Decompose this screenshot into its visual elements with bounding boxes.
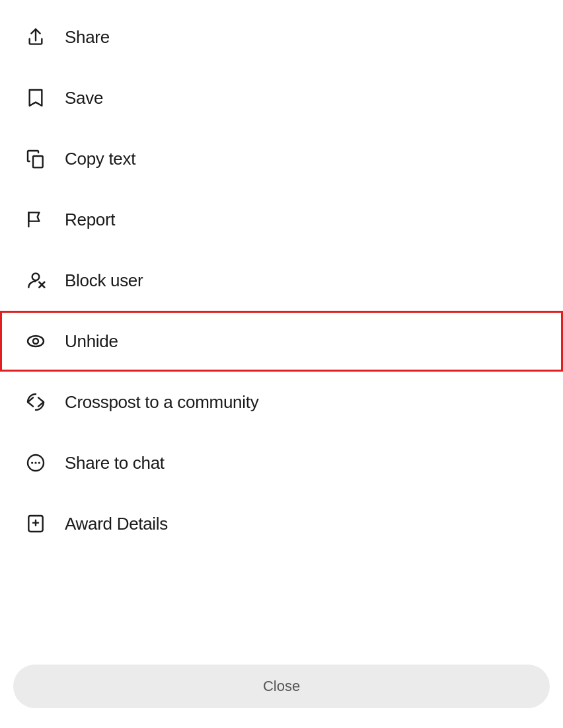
svg-point-10 (38, 462, 40, 464)
menu-item-block-user-label: Block user (65, 270, 143, 291)
svg-rect-0 (33, 156, 43, 167)
award-icon (20, 508, 52, 540)
menu-item-block-user[interactable]: Block user (0, 250, 563, 311)
crosspost-icon (20, 386, 52, 418)
menu-item-crosspost-label: Crosspost to a community (65, 392, 258, 413)
menu-item-copy-text[interactable]: Copy text (0, 128, 563, 189)
menu-item-share-label: Share (65, 27, 110, 48)
svg-point-2 (32, 273, 40, 280)
menu-item-save-label: Save (65, 88, 103, 108)
menu-item-copy-text-label: Copy text (65, 149, 135, 169)
menu-item-report[interactable]: Report (0, 189, 563, 250)
menu-item-award-details[interactable]: Award Details (0, 493, 563, 554)
unhide-icon (20, 325, 52, 357)
svg-point-8 (31, 462, 33, 464)
svg-point-9 (34, 462, 36, 464)
menu-item-share[interactable]: Share (0, 7, 563, 67)
report-icon (20, 204, 52, 235)
close-bar: Close (0, 654, 563, 728)
menu-item-award-details-label: Award Details (65, 514, 168, 534)
close-button[interactable]: Close (13, 665, 550, 708)
svg-point-5 (28, 336, 44, 346)
menu-item-report-label: Report (65, 210, 115, 230)
share-chat-icon (20, 447, 52, 479)
menu-item-save[interactable]: Save (0, 67, 563, 128)
save-icon (20, 82, 52, 114)
block-user-icon (20, 264, 52, 296)
menu-item-crosspost[interactable]: Crosspost to a community (0, 372, 563, 432)
share-icon (20, 21, 52, 53)
svg-point-6 (33, 339, 38, 344)
menu-item-unhide-label: Unhide (65, 331, 118, 352)
menu-item-share-to-chat-label: Share to chat (65, 453, 165, 473)
menu-item-unhide[interactable]: Unhide (0, 311, 563, 372)
copy-text-icon (20, 143, 52, 175)
menu-item-share-to-chat[interactable]: Share to chat (0, 432, 563, 493)
menu-container: Share Save Copy text Report (0, 0, 563, 654)
